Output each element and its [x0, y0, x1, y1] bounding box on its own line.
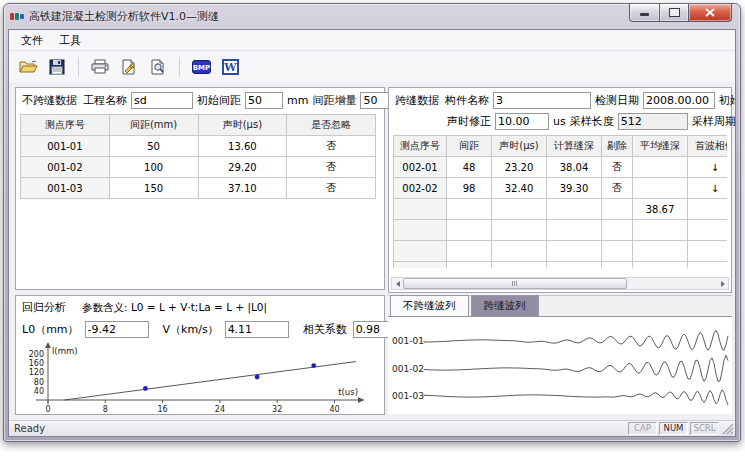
scrollbar-thumb[interactable] — [403, 278, 627, 289]
column-header: 测点序号 — [394, 136, 447, 157]
table-cell[interactable]: 39.30 — [547, 178, 602, 199]
maximize-button[interactable] — [660, 4, 688, 22]
scroll-left-icon[interactable] — [392, 278, 403, 289]
table-cell[interactable]: ↓ — [688, 157, 728, 178]
table-cell[interactable] — [602, 262, 633, 269]
table-cell[interactable] — [394, 262, 447, 269]
table-cell[interactable]: 002-02 — [394, 178, 447, 199]
test-date-input[interactable] — [643, 92, 715, 109]
scroll-right-icon[interactable] — [717, 278, 728, 289]
table-row[interactable]: 001-0210029.20否 — [21, 157, 376, 178]
l0-input[interactable] — [85, 321, 149, 338]
export-bmp-button[interactable]: BMP — [188, 54, 214, 80]
table-row[interactable]: 002-029832.4039.30否↓ — [394, 178, 728, 199]
table-cell[interactable] — [688, 241, 728, 262]
table-cell[interactable] — [688, 199, 728, 220]
resize-grip[interactable] — [721, 422, 734, 435]
svg-text:W: W — [223, 61, 237, 74]
table-cell[interactable] — [492, 199, 547, 220]
table-cell[interactable]: 98 — [447, 178, 492, 199]
svg-text:l(mm): l(mm) — [52, 346, 78, 356]
table-cell[interactable]: 001-03 — [21, 178, 110, 199]
minimize-button[interactable] — [629, 4, 660, 22]
print-button[interactable] — [87, 54, 113, 80]
table-cell[interactable] — [602, 241, 633, 262]
table-cell[interactable] — [492, 220, 547, 241]
table-cell[interactable]: 150 — [109, 178, 198, 199]
table-cell[interactable] — [633, 157, 688, 178]
maximize-icon — [669, 8, 680, 17]
table-cell[interactable] — [447, 199, 492, 220]
project-name-input[interactable] — [131, 92, 193, 109]
table-cell[interactable] — [633, 262, 688, 269]
table-row[interactable] — [394, 241, 728, 262]
print-preview-button[interactable] — [145, 54, 171, 80]
component-name-input[interactable] — [493, 92, 591, 109]
table-cell[interactable]: 29.20 — [198, 157, 287, 178]
table-row[interactable]: 001-0315037.10否 — [21, 178, 376, 199]
table-cell[interactable]: 38.04 — [547, 157, 602, 178]
waveform-trace — [424, 330, 728, 350]
print-setup-button[interactable] — [116, 54, 142, 80]
table-cell[interactable] — [633, 241, 688, 262]
sample-length-input[interactable] — [618, 113, 688, 130]
initial-spacing-input[interactable] — [245, 92, 283, 109]
tab-nonseam-waves[interactable]: 不跨缝波列 — [390, 295, 469, 316]
table-cell[interactable]: 002-01 — [394, 157, 447, 178]
table-cell[interactable] — [394, 220, 447, 241]
svg-text:BMP: BMP — [192, 64, 209, 72]
table-cell[interactable]: 38.67 — [633, 199, 688, 220]
tab-seam-waves[interactable]: 跨缝波列 — [471, 295, 539, 316]
time-correction-input[interactable] — [495, 113, 549, 130]
table-cell[interactable] — [394, 199, 447, 220]
table-cell[interactable]: 100 — [109, 157, 198, 178]
table-cell[interactable] — [602, 199, 633, 220]
velocity-input[interactable] — [225, 321, 289, 338]
titlebar[interactable]: 高铁建混凝土检测分析软件V1.0—测缝 — [4, 4, 740, 28]
close-button[interactable] — [688, 4, 732, 22]
table-row[interactable]: 002-014823.2038.04否↓ — [394, 157, 728, 178]
table-cell[interactable]: 23.20 — [492, 157, 547, 178]
horizontal-scrollbar[interactable] — [391, 277, 729, 290]
table-row[interactable]: 38.67 — [394, 199, 728, 220]
export-word-button[interactable]: W — [217, 54, 243, 80]
table-cell[interactable] — [447, 262, 492, 269]
table-cell[interactable] — [547, 241, 602, 262]
table-cell[interactable]: 否 — [602, 157, 633, 178]
table-cell[interactable] — [547, 262, 602, 269]
table-cell[interactable]: 否 — [287, 136, 376, 157]
table-cell[interactable] — [492, 262, 547, 269]
table-cell[interactable] — [633, 220, 688, 241]
table-cell[interactable] — [547, 199, 602, 220]
table-cell[interactable] — [447, 241, 492, 262]
open-file-button[interactable] — [15, 54, 41, 80]
table-cell[interactable]: 50 — [109, 136, 198, 157]
table-cell[interactable]: 13.60 — [198, 136, 287, 157]
table-row[interactable] — [394, 262, 728, 269]
table-row[interactable]: 001-015013.60否 — [21, 136, 376, 157]
svg-text:120: 120 — [29, 368, 44, 377]
table-cell[interactable]: 32.40 — [492, 178, 547, 199]
table-cell[interactable] — [602, 220, 633, 241]
table-cell[interactable] — [447, 220, 492, 241]
table-cell[interactable]: 001-01 — [21, 136, 110, 157]
table-cell[interactable] — [547, 220, 602, 241]
table-cell[interactable]: 否 — [287, 157, 376, 178]
menu-tools[interactable]: 工具 — [51, 31, 89, 50]
table-cell[interactable] — [633, 178, 688, 199]
table-cell[interactable]: 否 — [287, 178, 376, 199]
table-cell[interactable]: 否 — [602, 178, 633, 199]
table-cell[interactable]: 37.10 — [198, 178, 287, 199]
menu-file[interactable]: 文件 — [13, 31, 51, 50]
save-button[interactable] — [44, 54, 70, 80]
column-header: 间距(mm) — [109, 115, 198, 136]
table-cell[interactable] — [688, 262, 728, 269]
column-header: 是否忽略 — [287, 115, 376, 136]
table-cell[interactable] — [492, 241, 547, 262]
table-cell[interactable]: 48 — [447, 157, 492, 178]
table-cell[interactable]: 001-02 — [21, 157, 110, 178]
table-cell[interactable] — [394, 241, 447, 262]
table-row[interactable] — [394, 220, 728, 241]
table-cell[interactable]: ↓ — [688, 178, 728, 199]
table-cell[interactable] — [688, 220, 728, 241]
